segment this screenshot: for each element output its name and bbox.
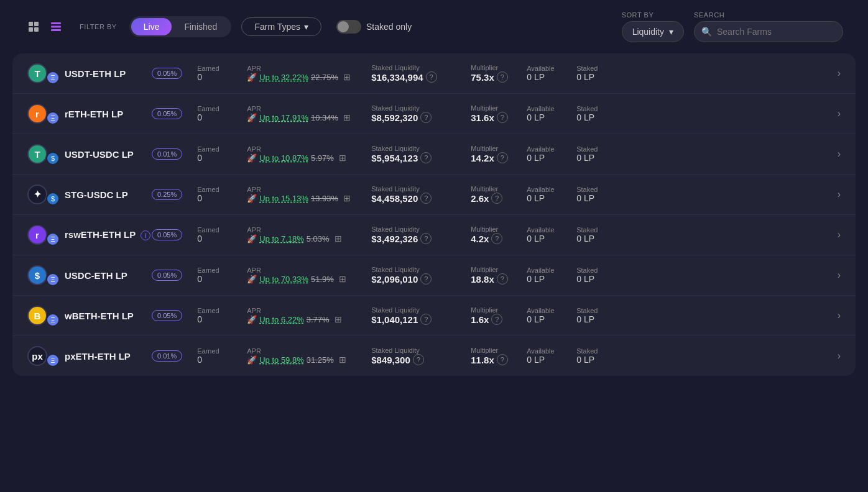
grid-view-icon[interactable]	[25, 18, 42, 35]
expand-chevron[interactable]: ›	[838, 189, 841, 200]
available-value: 0 LP	[527, 355, 576, 365]
expand-chevron[interactable]: ›	[838, 350, 841, 362]
farm-icon-secondary: Ξ	[46, 313, 60, 327]
chevron-right-icon: ›	[838, 270, 841, 280]
available-label: Available	[527, 65, 576, 72]
sort-dropdown[interactable]: Liquidity ▾	[622, 21, 684, 42]
expand-chevron[interactable]: ›	[838, 310, 841, 321]
apr-label: APR	[247, 186, 371, 193]
svg-rect-2	[29, 27, 33, 32]
multiplier-col: Multiplier 31.6x ?	[471, 104, 527, 123]
farm-icon-group: $ Ξ	[27, 264, 60, 286]
earned-label: Earned	[197, 307, 247, 314]
staked-label: Staked	[576, 65, 626, 72]
apr-col: APR 🚀 Up to 59.8% 31.25% ⊞	[247, 347, 371, 365]
question-icon[interactable]: ?	[420, 152, 432, 163]
multiplier-question-icon[interactable]: ?	[497, 354, 508, 365]
staked-only-toggle[interactable]	[336, 20, 361, 34]
calc-icon[interactable]: ⊞	[339, 153, 346, 163]
earned-label: Earned	[197, 105, 247, 112]
staked-liq-value: $4,458,520	[371, 193, 418, 204]
calc-icon[interactable]: ⊞	[335, 234, 342, 244]
staked-only-label: Staked only	[366, 22, 412, 32]
apr-label: APR	[247, 105, 371, 112]
calc-icon[interactable]: ⊞	[339, 355, 346, 365]
apr-value: 🚀 Up to 59.8% 31.25% ⊞	[247, 355, 371, 365]
question-icon[interactable]: ?	[420, 112, 432, 123]
farm-row-wbeth-eth[interactable]: B Ξ wBETH-ETH LP 0.05% Earned 0 APR 🚀 Up…	[12, 296, 856, 336]
apr-label: APR	[247, 266, 371, 274]
staked-value: 0 LP	[576, 193, 626, 203]
staked-label: Staked	[576, 307, 626, 314]
farm-row-pxeth-eth[interactable]: px Ξ pxETH-ETH LP 0.01% Earned 0 APR 🚀 U…	[12, 336, 856, 376]
available-label: Available	[527, 347, 576, 355]
expand-chevron[interactable]: ›	[838, 229, 841, 240]
apr-base: 3.77%	[307, 315, 330, 324]
staked-col: Staked 0 LP	[576, 105, 626, 122]
available-col: Available 0 LP	[527, 226, 576, 244]
finished-filter-button[interactable]: Finished	[172, 18, 229, 35]
multiplier-question-icon[interactable]: ?	[497, 273, 508, 285]
expand-chevron[interactable]: ›	[838, 148, 841, 160]
staked-value: 0 LP	[576, 234, 626, 244]
farm-row-stg-usdc[interactable]: ✦ $ STG-USDC LP 0.25% Earned 0 APR 🚀 Up …	[12, 175, 856, 215]
available-col: Available 0 LP	[527, 65, 576, 82]
farm-row-reth-eth[interactable]: r Ξ rETH-ETH LP 0.05% Earned 0 APR 🚀 Up …	[12, 94, 856, 134]
apr-up-to: Up to 17.91%	[259, 113, 308, 122]
multiplier-question-icon[interactable]: ?	[497, 71, 508, 83]
search-container: SEARCH 🔍	[694, 11, 843, 42]
list-view-icon[interactable]	[47, 18, 65, 35]
available-label: Available	[527, 226, 576, 234]
question-icon[interactable]: ?	[420, 233, 432, 244]
multiplier-question-icon[interactable]: ?	[491, 233, 502, 244]
search-input[interactable]	[694, 21, 843, 42]
farm-icon-main: ✦	[27, 184, 47, 204]
apr-col: APR 🚀 Up to 17.91% 10.34% ⊞	[247, 105, 371, 122]
farm-badge: 0.01%	[152, 350, 182, 362]
staked-liq-col: Staked Liquidity $849,300 ?	[371, 347, 471, 365]
question-icon[interactable]: ?	[420, 193, 432, 204]
question-icon[interactable]: ?	[420, 273, 432, 285]
farm-icon-group: r Ξ	[27, 102, 60, 125]
multiplier-label: Multiplier	[471, 185, 527, 193]
farm-badge: 0.05%	[152, 229, 182, 240]
question-icon[interactable]: ?	[413, 354, 424, 365]
available-label: Available	[527, 105, 576, 112]
multiplier-value: 18.8x	[471, 274, 494, 285]
multiplier-question-icon[interactable]: ?	[491, 314, 502, 325]
live-filter-button[interactable]: Live	[131, 18, 172, 35]
expand-chevron[interactable]: ›	[838, 68, 841, 79]
question-icon[interactable]: ?	[420, 314, 432, 325]
svg-rect-5	[51, 26, 61, 28]
calc-icon[interactable]: ⊞	[343, 193, 351, 203]
multiplier-question-icon[interactable]: ?	[497, 112, 508, 123]
available-label: Available	[527, 266, 576, 274]
earned-label: Earned	[197, 186, 247, 193]
staked-liq-col: Staked Liquidity $3,492,326 ?	[371, 226, 471, 244]
available-col: Available 0 LP	[527, 145, 576, 163]
available-value: 0 LP	[527, 234, 576, 244]
svg-rect-3	[34, 27, 39, 32]
view-icons	[25, 18, 65, 35]
calc-icon[interactable]: ⊞	[339, 274, 346, 284]
multiplier-label: Multiplier	[471, 266, 527, 273]
question-icon[interactable]: ?	[426, 71, 437, 83]
farm-row-usdt-eth[interactable]: T Ξ USDT-ETH LP 0.05% Earned 0 APR 🚀 Up …	[12, 53, 856, 94]
expand-chevron[interactable]: ›	[838, 108, 841, 119]
available-label: Available	[527, 307, 576, 314]
calc-icon[interactable]: ⊞	[335, 314, 342, 324]
staked-liq-value: $1,040,121	[371, 314, 418, 325]
svg-rect-6	[51, 29, 61, 31]
calc-icon[interactable]: ⊞	[343, 72, 351, 82]
farm-types-button[interactable]: Farm Types ▾	[241, 17, 321, 36]
multiplier-question-icon[interactable]: ?	[491, 193, 502, 204]
farm-row-usdt-usdc[interactable]: T $ USDT-USDC LP 0.01% Earned 0 APR 🚀 Up…	[12, 134, 856, 175]
staked-value: 0 LP	[576, 314, 626, 324]
staked-value: 0 LP	[576, 112, 626, 122]
expand-chevron[interactable]: ›	[838, 270, 841, 281]
calc-icon[interactable]: ⊞	[343, 112, 351, 122]
multiplier-question-icon[interactable]: ?	[497, 152, 508, 163]
farm-row-usdc-eth[interactable]: $ Ξ USDC-ETH LP 0.05% Earned 0 APR 🚀 Up …	[12, 255, 856, 296]
farm-row-rsweth-eth[interactable]: r Ξ rswETH-ETH LP i 0.05% Earned 0 APR 🚀…	[12, 215, 856, 255]
info-icon[interactable]: i	[141, 230, 150, 240]
